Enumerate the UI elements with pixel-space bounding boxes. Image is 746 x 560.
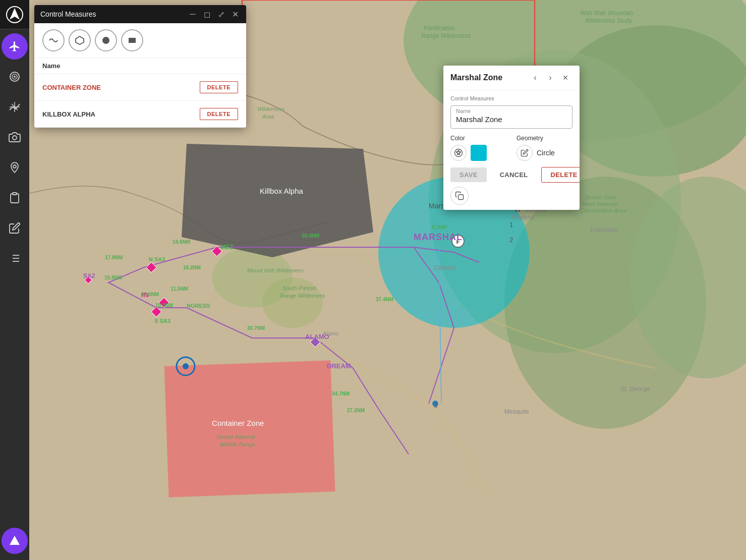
- svg-point-72: [457, 153, 458, 154]
- svg-text:Alodena: Alodena: [512, 214, 534, 221]
- svg-text:3: 3: [434, 402, 437, 409]
- marshal-zone-body: Control Measures Name Color: [443, 90, 580, 210]
- svg-point-69: [458, 150, 459, 151]
- svg-point-56: [13, 165, 16, 168]
- svg-text:Range Wilderness: Range Wilderness: [421, 32, 471, 39]
- sidebar-item-list[interactable]: [2, 245, 28, 271]
- marshal-zone-close-button[interactable]: ×: [558, 71, 572, 85]
- name-field-group: Name: [450, 105, 572, 129]
- svg-point-65: [102, 37, 109, 44]
- svg-rect-57: [13, 193, 17, 195]
- list-item-container-zone: CONTAINER ZONE DELETE: [34, 74, 246, 101]
- sidebar-item-delta[interactable]: [2, 528, 28, 554]
- svg-text:Mesquite: Mesquite: [504, 408, 529, 415]
- svg-text:Wildlife Range: Wildlife Range: [219, 441, 255, 447]
- sidebar-item-location[interactable]: [2, 154, 28, 181]
- marshal-zone-actions: SAVE CANCEL DELETE: [450, 167, 572, 183]
- svg-text:Alamo: Alamo: [323, 330, 338, 337]
- svg-marker-64: [76, 36, 84, 44]
- svg-text:1: 1: [509, 221, 513, 229]
- marshal-zone-breadcrumb: Control Measures: [450, 95, 572, 101]
- nav-prev-button[interactable]: ‹: [528, 71, 542, 85]
- close-button[interactable]: ✕: [230, 9, 240, 19]
- marshal-zone-nav: ‹ › ×: [528, 71, 572, 85]
- marshal-zone-panel: Marshal Zone ‹ › × Control Measures Name…: [443, 66, 580, 210]
- panel-title: Control Measures: [40, 10, 96, 18]
- geometry-edit-button[interactable]: [517, 145, 533, 161]
- sidebar: [0, 0, 29, 560]
- geometry-value: Circle: [537, 149, 555, 157]
- svg-text:Beaver Dam: Beaver Dam: [585, 194, 616, 200]
- killbox-alpha-delete-button[interactable]: DELETE: [200, 108, 238, 120]
- svg-point-54: [14, 76, 16, 78]
- cancel-button[interactable]: CANCEL: [491, 167, 537, 182]
- svg-text:Area: Area: [262, 114, 274, 120]
- line-tool-button[interactable]: [42, 29, 65, 51]
- svg-point-70: [460, 151, 461, 152]
- name-column-label: Name: [42, 62, 60, 70]
- marshal-zone-title: Marshal Zone: [450, 73, 502, 82]
- svg-point-55: [13, 136, 17, 140]
- list-item-killbox-alpha: KILLBOX ALPHA DELETE: [34, 101, 246, 128]
- copy-button[interactable]: [450, 187, 469, 205]
- panel-titlebar-controls: ─ ◻ ⤢ ✕: [188, 9, 240, 19]
- svg-text:St. George: St. George: [620, 385, 650, 393]
- sidebar-item-edit[interactable]: [2, 215, 28, 241]
- svg-text:Wilderness: Wilderness: [257, 106, 285, 112]
- svg-text:Range Wilderness: Range Wilderness: [280, 293, 325, 299]
- geometry-controls: Circle: [517, 145, 572, 161]
- nav-next-button[interactable]: ›: [543, 71, 557, 85]
- svg-text:Desert National: Desert National: [217, 434, 255, 440]
- app-logo: [0, 0, 29, 29]
- name-field-input[interactable]: [456, 115, 567, 124]
- svg-point-68: [456, 151, 457, 152]
- svg-text:Mount Irish Wilderness: Mount Irish Wilderness: [247, 267, 304, 273]
- svg-text:Enterprise: Enterprise: [590, 227, 618, 234]
- color-controls: [450, 145, 506, 161]
- svg-rect-9: [164, 360, 335, 497]
- svg-text:Wilderness Study: Wilderness Study: [585, 17, 633, 24]
- color-geometry-row: Color Geome: [450, 135, 572, 161]
- marshal-zone-titlebar: Marshal Zone ‹ › ×: [443, 66, 580, 90]
- color-swatch[interactable]: [471, 145, 487, 161]
- svg-marker-51: [10, 8, 20, 20]
- geometry-col: Geometry Circle: [517, 135, 572, 161]
- panel-column-header: Name: [34, 58, 246, 74]
- svg-text:South Pahrec: South Pahrec: [282, 285, 316, 291]
- svg-text:Caliente: Caliente: [434, 264, 456, 271]
- panel-list: CONTAINER ZONE DELETE KILLBOX ALPHA DELE…: [34, 74, 246, 128]
- svg-text:Wah Wah Mountain: Wah Wah Mountain: [580, 10, 633, 17]
- svg-text:Fortification: Fortification: [424, 25, 455, 32]
- svg-rect-73: [458, 195, 464, 200]
- svg-rect-66: [129, 38, 136, 43]
- expand-button[interactable]: ⤢: [216, 9, 226, 19]
- restore-button[interactable]: ◻: [202, 9, 212, 19]
- sidebar-item-target[interactable]: [2, 64, 28, 90]
- minimize-button[interactable]: ─: [188, 9, 198, 19]
- sidebar-item-approach[interactable]: [2, 94, 28, 120]
- circle-tool-button[interactable]: [95, 29, 117, 51]
- rectangle-tool-button[interactable]: [121, 29, 143, 51]
- sidebar-item-camera[interactable]: [2, 124, 28, 150]
- panel-titlebar: Control Measures ─ ◻ ⤢ ✕: [34, 5, 246, 23]
- svg-text:F: F: [456, 239, 460, 245]
- copy-row: [450, 187, 572, 205]
- sidebar-item-flight[interactable]: [2, 33, 28, 60]
- container-zone-delete-button[interactable]: DELETE: [200, 81, 238, 93]
- save-button[interactable]: SAVE: [450, 167, 487, 182]
- svg-text:Nash National: Nash National: [583, 201, 618, 207]
- color-palette-button[interactable]: [450, 145, 467, 161]
- svg-text:Conservation Area: Conservation Area: [580, 207, 626, 213]
- svg-point-71: [458, 153, 460, 154]
- polygon-tool-button[interactable]: [69, 29, 91, 51]
- control-measures-panel: Control Measures ─ ◻ ⤢ ✕ Name CONTAINER …: [34, 5, 246, 128]
- panel-toolbar: [34, 23, 246, 58]
- geometry-label: Geometry: [517, 135, 572, 142]
- killbox-alpha-name: KILLBOX ALPHA: [42, 110, 95, 118]
- svg-point-12: [183, 363, 189, 369]
- delete-button[interactable]: DELETE: [541, 167, 580, 183]
- color-label: Color: [450, 135, 506, 142]
- svg-text:2: 2: [509, 236, 513, 244]
- sidebar-item-clipboard[interactable]: [2, 185, 28, 211]
- name-field-label: Name: [456, 108, 567, 114]
